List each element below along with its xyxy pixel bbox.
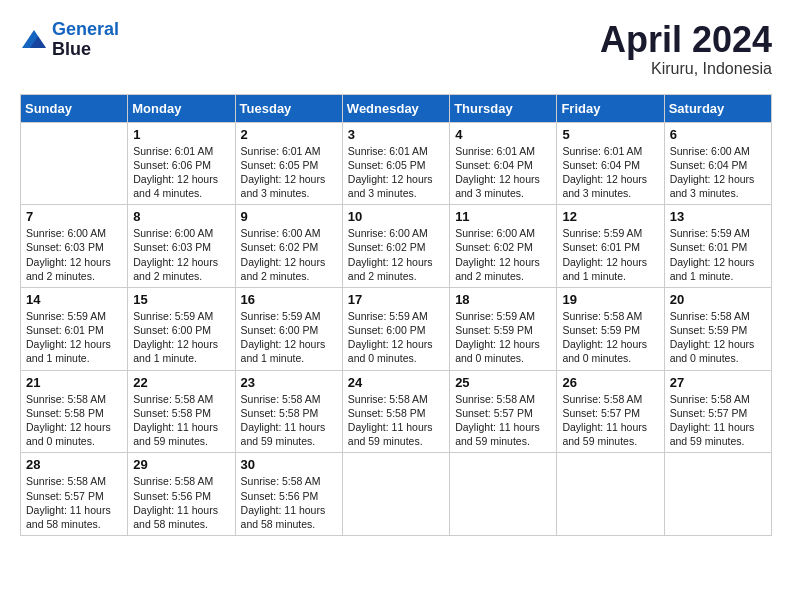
week-row-5: 28Sunrise: 5:58 AMSunset: 5:57 PMDayligh… [21, 453, 772, 536]
weekday-header-tuesday: Tuesday [235, 94, 342, 122]
logo-icon [20, 28, 48, 52]
day-info: Sunrise: 5:58 AMSunset: 5:58 PMDaylight:… [26, 392, 122, 449]
calendar-cell [664, 453, 771, 536]
day-number: 24 [348, 375, 444, 390]
day-number: 29 [133, 457, 229, 472]
day-info: Sunrise: 5:58 AMSunset: 5:57 PMDaylight:… [26, 474, 122, 531]
weekday-header-wednesday: Wednesday [342, 94, 449, 122]
calendar-cell [450, 453, 557, 536]
calendar-cell: 8Sunrise: 6:00 AMSunset: 6:03 PMDaylight… [128, 205, 235, 288]
calendar-cell: 20Sunrise: 5:58 AMSunset: 5:59 PMDayligh… [664, 287, 771, 370]
day-info: Sunrise: 5:58 AMSunset: 5:58 PMDaylight:… [133, 392, 229, 449]
day-number: 19 [562, 292, 658, 307]
day-info: Sunrise: 6:01 AMSunset: 6:05 PMDaylight:… [241, 144, 337, 201]
weekday-header-friday: Friday [557, 94, 664, 122]
week-row-3: 14Sunrise: 5:59 AMSunset: 6:01 PMDayligh… [21, 287, 772, 370]
day-number: 7 [26, 209, 122, 224]
day-info: Sunrise: 5:59 AMSunset: 6:01 PMDaylight:… [562, 226, 658, 283]
calendar-cell: 21Sunrise: 5:58 AMSunset: 5:58 PMDayligh… [21, 370, 128, 453]
calendar-cell [21, 122, 128, 205]
day-info: Sunrise: 5:58 AMSunset: 5:56 PMDaylight:… [133, 474, 229, 531]
calendar-cell: 1Sunrise: 6:01 AMSunset: 6:06 PMDaylight… [128, 122, 235, 205]
day-number: 30 [241, 457, 337, 472]
calendar-cell: 12Sunrise: 5:59 AMSunset: 6:01 PMDayligh… [557, 205, 664, 288]
day-info: Sunrise: 5:58 AMSunset: 5:56 PMDaylight:… [241, 474, 337, 531]
day-number: 10 [348, 209, 444, 224]
calendar-cell: 28Sunrise: 5:58 AMSunset: 5:57 PMDayligh… [21, 453, 128, 536]
calendar-table: SundayMondayTuesdayWednesdayThursdayFrid… [20, 94, 772, 536]
day-info: Sunrise: 6:00 AMSunset: 6:03 PMDaylight:… [133, 226, 229, 283]
calendar-cell: 19Sunrise: 5:58 AMSunset: 5:59 PMDayligh… [557, 287, 664, 370]
weekday-header-monday: Monday [128, 94, 235, 122]
day-number: 11 [455, 209, 551, 224]
day-number: 5 [562, 127, 658, 142]
calendar-cell: 23Sunrise: 5:58 AMSunset: 5:58 PMDayligh… [235, 370, 342, 453]
day-number: 9 [241, 209, 337, 224]
day-info: Sunrise: 5:59 AMSunset: 6:00 PMDaylight:… [348, 309, 444, 366]
weekday-header-thursday: Thursday [450, 94, 557, 122]
calendar-cell: 24Sunrise: 5:58 AMSunset: 5:58 PMDayligh… [342, 370, 449, 453]
day-info: Sunrise: 6:00 AMSunset: 6:03 PMDaylight:… [26, 226, 122, 283]
calendar-cell: 6Sunrise: 6:00 AMSunset: 6:04 PMDaylight… [664, 122, 771, 205]
day-number: 17 [348, 292, 444, 307]
logo-text-line2: Blue [52, 40, 119, 60]
day-info: Sunrise: 5:58 AMSunset: 5:58 PMDaylight:… [241, 392, 337, 449]
calendar-cell: 3Sunrise: 6:01 AMSunset: 6:05 PMDaylight… [342, 122, 449, 205]
page-header: General Blue April 2024 Kiruru, Indonesi… [20, 20, 772, 78]
calendar-cell: 7Sunrise: 6:00 AMSunset: 6:03 PMDaylight… [21, 205, 128, 288]
calendar-cell: 11Sunrise: 6:00 AMSunset: 6:02 PMDayligh… [450, 205, 557, 288]
day-number: 3 [348, 127, 444, 142]
day-number: 13 [670, 209, 766, 224]
calendar-cell: 5Sunrise: 6:01 AMSunset: 6:04 PMDaylight… [557, 122, 664, 205]
month-title: April 2024 [600, 20, 772, 60]
day-info: Sunrise: 5:59 AMSunset: 6:01 PMDaylight:… [670, 226, 766, 283]
logo: General Blue [20, 20, 119, 60]
day-number: 22 [133, 375, 229, 390]
day-info: Sunrise: 5:58 AMSunset: 5:57 PMDaylight:… [562, 392, 658, 449]
location-subtitle: Kiruru, Indonesia [600, 60, 772, 78]
calendar-cell: 2Sunrise: 6:01 AMSunset: 6:05 PMDaylight… [235, 122, 342, 205]
day-number: 1 [133, 127, 229, 142]
calendar-cell: 10Sunrise: 6:00 AMSunset: 6:02 PMDayligh… [342, 205, 449, 288]
day-number: 28 [26, 457, 122, 472]
day-info: Sunrise: 5:58 AMSunset: 5:57 PMDaylight:… [455, 392, 551, 449]
day-number: 20 [670, 292, 766, 307]
day-info: Sunrise: 6:00 AMSunset: 6:02 PMDaylight:… [241, 226, 337, 283]
day-info: Sunrise: 5:58 AMSunset: 5:59 PMDaylight:… [670, 309, 766, 366]
day-number: 6 [670, 127, 766, 142]
calendar-cell: 13Sunrise: 5:59 AMSunset: 6:01 PMDayligh… [664, 205, 771, 288]
calendar-cell [342, 453, 449, 536]
day-info: Sunrise: 5:58 AMSunset: 5:58 PMDaylight:… [348, 392, 444, 449]
day-number: 16 [241, 292, 337, 307]
calendar-cell: 16Sunrise: 5:59 AMSunset: 6:00 PMDayligh… [235, 287, 342, 370]
calendar-cell: 29Sunrise: 5:58 AMSunset: 5:56 PMDayligh… [128, 453, 235, 536]
logo-text-line1: General [52, 20, 119, 40]
day-number: 21 [26, 375, 122, 390]
title-block: April 2024 Kiruru, Indonesia [600, 20, 772, 78]
day-info: Sunrise: 5:58 AMSunset: 5:59 PMDaylight:… [562, 309, 658, 366]
calendar-cell: 22Sunrise: 5:58 AMSunset: 5:58 PMDayligh… [128, 370, 235, 453]
day-number: 14 [26, 292, 122, 307]
calendar-cell: 18Sunrise: 5:59 AMSunset: 5:59 PMDayligh… [450, 287, 557, 370]
week-row-4: 21Sunrise: 5:58 AMSunset: 5:58 PMDayligh… [21, 370, 772, 453]
day-number: 4 [455, 127, 551, 142]
calendar-cell: 25Sunrise: 5:58 AMSunset: 5:57 PMDayligh… [450, 370, 557, 453]
day-info: Sunrise: 5:59 AMSunset: 6:00 PMDaylight:… [133, 309, 229, 366]
day-info: Sunrise: 6:01 AMSunset: 6:05 PMDaylight:… [348, 144, 444, 201]
day-number: 23 [241, 375, 337, 390]
day-info: Sunrise: 6:00 AMSunset: 6:02 PMDaylight:… [455, 226, 551, 283]
calendar-cell: 26Sunrise: 5:58 AMSunset: 5:57 PMDayligh… [557, 370, 664, 453]
day-number: 27 [670, 375, 766, 390]
day-number: 26 [562, 375, 658, 390]
day-info: Sunrise: 5:59 AMSunset: 6:01 PMDaylight:… [26, 309, 122, 366]
calendar-cell [557, 453, 664, 536]
weekday-header-sunday: Sunday [21, 94, 128, 122]
day-info: Sunrise: 6:01 AMSunset: 6:04 PMDaylight:… [455, 144, 551, 201]
day-number: 12 [562, 209, 658, 224]
weekday-header-saturday: Saturday [664, 94, 771, 122]
day-info: Sunrise: 6:00 AMSunset: 6:02 PMDaylight:… [348, 226, 444, 283]
calendar-cell: 9Sunrise: 6:00 AMSunset: 6:02 PMDaylight… [235, 205, 342, 288]
day-number: 2 [241, 127, 337, 142]
day-info: Sunrise: 5:58 AMSunset: 5:57 PMDaylight:… [670, 392, 766, 449]
day-number: 18 [455, 292, 551, 307]
